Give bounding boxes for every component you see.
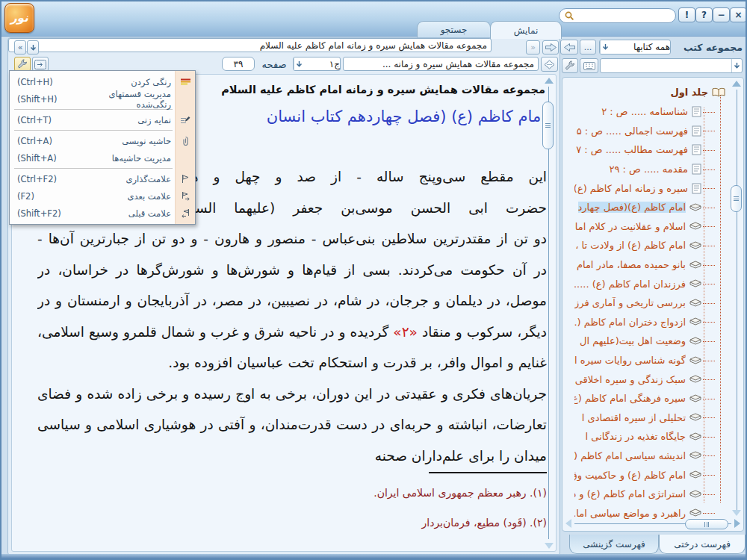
tree-item[interactable]: سیره و زمانه امام کاظم (ع) (574, 178, 743, 198)
search-input[interactable] (559, 8, 676, 23)
body-line: میدان را برای علم‌داران صحنه (37, 441, 547, 472)
down-arrow-icon[interactable] (600, 40, 610, 54)
tree-horizontal-scrollbar[interactable] (565, 518, 740, 529)
booklet-icon (689, 490, 701, 499)
tree-item[interactable]: مقدمه ..... ص : ۲۹ (574, 160, 743, 179)
detach-window-button[interactable] (32, 57, 49, 72)
page-icon (692, 125, 701, 137)
tree-item[interactable]: سبک زندگی و سیره اخلاقی (574, 370, 743, 389)
scroll-up-arrow[interactable] (545, 78, 554, 84)
window-arrow-icon (34, 60, 46, 69)
tag-button[interactable] (541, 57, 558, 72)
block-arrow-right-icon (545, 43, 557, 52)
tree-item[interactable]: فهرست مطالب ..... ص : ۷ (574, 140, 743, 160)
title-dropdown-button[interactable] (27, 40, 39, 55)
body-line: تعارضات، انباشته و حربه‌ای در دست قدرت‌م… (37, 409, 547, 441)
page-icon (692, 144, 701, 155)
tab-display[interactable]: نمایش (490, 21, 562, 39)
tree-item[interactable]: اسلام و عقلانیت در کلام اما (574, 217, 743, 237)
menu-item-manage-annotations[interactable]: (Shift+A) مدیریت حاشیه‌ها (10, 149, 195, 167)
arrow-left-button[interactable] (560, 40, 578, 55)
tree-item[interactable]: امام کاظم (ع) از ولادت تا ، (574, 236, 743, 255)
tab-selective-index[interactable]: فهرست گزینشی (569, 535, 659, 554)
tree-item[interactable]: تحلیلی از سیره اقتصادی ا (574, 408, 743, 428)
tools-wrench-button[interactable] (14, 57, 31, 72)
scroll-down-arrow[interactable] (732, 510, 741, 516)
booklet-icon (689, 299, 701, 308)
minimize-button[interactable]: − (713, 7, 730, 22)
tree-item[interactable]: فهرست اجمالی ..... ص : ۵ (574, 122, 743, 141)
tree-filter-input[interactable] (600, 58, 743, 73)
down-arrow-icon[interactable] (731, 59, 742, 72)
booklet-icon (689, 203, 701, 212)
index-pen-icon (176, 116, 195, 125)
book-title-field[interactable]: مجموعه مقالات همایش سیره و زمانه امام کا… (8, 38, 492, 52)
tag-icon (544, 60, 555, 69)
footnote: (۲). (قَود) مطیع، فرمان‌بردار (37, 508, 547, 538)
content-scrollbar-handle[interactable] (542, 102, 554, 149)
tree-item[interactable]: شناسنامه ..... ص : ۲ (574, 102, 743, 122)
alert-button[interactable]: ! (678, 7, 695, 22)
tree-item[interactable]: امام کاظم (ع) و حاکمیت وق (574, 465, 743, 485)
down-arrow-icon[interactable] (294, 57, 304, 70)
tree-item[interactable]: بررسی تاریخی و آماری فرز (574, 293, 743, 313)
tree-item[interactable]: استراتژی امام کاظم (ع) و د (574, 485, 743, 504)
sidebar-wrench-button[interactable] (562, 58, 578, 73)
title-bar: نور ! ? − × (1, 1, 746, 37)
logo-text: نور (10, 11, 28, 25)
tree-item[interactable]: فرزندان امام کاظم (ع) ..... (574, 274, 743, 293)
help-button[interactable]: ? (695, 7, 713, 22)
search-icon (564, 10, 574, 21)
tree-item[interactable]: وضعیت اهل بیت(علیهم ال (574, 332, 743, 351)
arrow-right-button[interactable] (542, 40, 559, 55)
tab-search[interactable]: جستجو (417, 21, 491, 38)
book-combo-field[interactable]: مجموعه مقالات همایش سیره و زمانه ... (343, 57, 539, 71)
collapse-chevrons-button[interactable]: « (14, 40, 26, 55)
menu-separator (14, 130, 173, 131)
tree-item-selected[interactable]: امام کاظم (ع)(فصل چهارد (574, 198, 743, 217)
scroll-left-arrow[interactable] (565, 519, 571, 528)
booklet-icon (689, 375, 701, 384)
booklet-icon (689, 317, 701, 326)
tree-root-item[interactable]: جلد اول (574, 82, 743, 102)
tree-item[interactable]: ازدواج دختران امام کاظم (. (574, 313, 743, 332)
scroll-up-arrow[interactable] (732, 81, 741, 87)
menu-item-next-mark[interactable]: (F2) علامت بعدی (10, 187, 195, 205)
more-chevrons-button[interactable]: » (526, 40, 540, 55)
page-number-box[interactable]: ۳۹ (222, 57, 255, 71)
tree-item[interactable]: سیره فرهنگی امام کاظم (ع (574, 389, 743, 408)
close-button[interactable]: × (730, 7, 747, 22)
more-options-button[interactable]: ... (580, 40, 596, 55)
menu-item-bookmark[interactable]: (Ctrl+F2) علامت‌گذاری (10, 170, 195, 187)
tree-vertical-scrollbar[interactable] (731, 81, 743, 514)
footnote: (۱). رهبر معظم جمهوری اسلامی ایران. (37, 478, 547, 508)
menu-item-indexing[interactable]: (Ctrl+T) نمایه زنی (10, 111, 195, 128)
context-menu: (Ctrl+H) رنگی کردن (Shift+H) مدیریت قسمت… (9, 70, 196, 225)
tree-scrollbar-handle[interactable] (731, 185, 742, 212)
window-bottom-edge (1, 554, 746, 559)
volume-combo[interactable]: ج۱ (293, 57, 341, 71)
tree-item[interactable]: گونه شناسی روایات سیره ا (574, 351, 743, 370)
collection-combo[interactable]: همه کتابها (599, 40, 671, 55)
scroll-right-arrow[interactable] (734, 519, 740, 528)
footnote-ref[interactable]: «۲» (393, 324, 418, 340)
menu-item-manage-highlights[interactable]: (Shift+H) مدیریت قسمتهای رنگی‌شده (10, 90, 195, 108)
down-arrow-icon (30, 44, 37, 52)
menu-item-prev-mark[interactable]: (Shift+F2) علامت قبلی (10, 205, 195, 222)
h-scrollbar-handle[interactable] (685, 519, 728, 529)
collection-label: مجموعه کتب (684, 40, 743, 55)
page-icon (692, 106, 701, 117)
content-scrollbar-track[interactable] (548, 87, 549, 539)
tree-item[interactable]: جایگاه تغذیه در زندگانی ا (574, 427, 743, 447)
tab-tree-index[interactable]: فهرست درختی (659, 535, 746, 554)
body-line: دیگر، سرکوب و منقاد «۲» گردیده و در ناحی… (37, 317, 547, 348)
booklet-icon (689, 241, 701, 250)
virtual-keyboard-button[interactable] (580, 58, 598, 73)
keyboard-icon (583, 62, 595, 70)
booklet-icon (689, 470, 701, 479)
tree-item[interactable]: اندیشه سیاسی امام کاظم ( (574, 447, 743, 466)
tree-item[interactable]: بانو حمیده مصفا، مادر امام (574, 255, 743, 275)
scroll-down-arrow[interactable] (545, 543, 554, 549)
flag-icon (176, 174, 195, 184)
menu-item-annotate[interactable]: (Ctrl+A) حاشیه نویسی (10, 132, 195, 149)
